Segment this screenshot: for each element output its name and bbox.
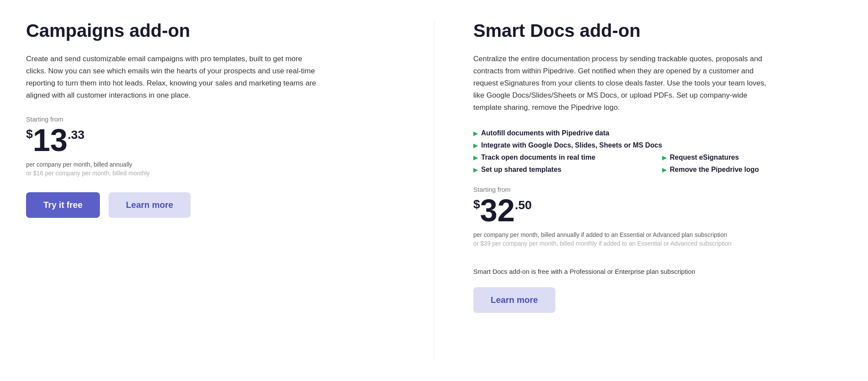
feature-text-3: Track open documents in real time xyxy=(481,154,595,161)
smartdocs-billing-monthly: or $39 per company per month, billed mon… xyxy=(473,240,842,247)
campaigns-price-main: 13 xyxy=(33,125,68,156)
campaigns-starting-from-label: Starting from xyxy=(26,115,395,123)
smartdocs-price-cents: .50 xyxy=(515,198,532,212)
campaigns-description: Create and send customizable email campa… xyxy=(26,53,321,102)
feature-item-4: ▶Request eSignatures xyxy=(662,154,842,161)
campaigns-billing-annual: per company per month, billed annually xyxy=(26,161,395,168)
campaigns-buttons-row: Try it free Learn more xyxy=(26,192,395,218)
campaigns-section: Campaigns add-on Create and send customi… xyxy=(26,21,395,360)
feature-item-3: ▶Track open documents in real time xyxy=(473,154,653,161)
feature-arrow-icon-4: ▶ xyxy=(662,154,667,161)
feature-arrow-icon-1: ▶ xyxy=(473,130,478,137)
campaigns-price-cents: .33 xyxy=(68,128,85,142)
feature-item-1: ▶Autofill documents with Pipedrive data xyxy=(473,129,653,137)
feature-item-5: ▶Set up shared templates xyxy=(473,166,653,174)
section-divider xyxy=(434,21,434,360)
feature-arrow-icon-2: ▶ xyxy=(473,142,478,149)
feature-arrow-icon-5: ▶ xyxy=(473,167,478,173)
feature-text-6: Remove the Pipedrive logo xyxy=(670,166,759,174)
feature-item-6: ▶Remove the Pipedrive logo xyxy=(662,166,842,174)
campaigns-price-dollar: $ xyxy=(26,127,33,141)
smartdocs-starting-from-label: Starting from xyxy=(473,186,842,193)
feature-item-2: ▶Integrate with Google Docs, Slides, She… xyxy=(473,141,842,149)
smartdocs-price-dollar: $ xyxy=(473,197,480,211)
feature-text-1: Autofill documents with Pipedrive data xyxy=(481,129,609,137)
smartdocs-price-main: 32 xyxy=(480,195,515,226)
campaigns-try-button[interactable]: Try it free xyxy=(26,192,100,218)
smartdocs-billing-annual: per company per month, billed annually i… xyxy=(473,231,842,238)
campaigns-price-block: $ 13 .33 xyxy=(26,125,395,156)
page-container: Campaigns add-on Create and send customi… xyxy=(0,0,868,381)
feature-text-4: Request eSignatures xyxy=(670,154,739,161)
smartdocs-buttons-row: Learn more xyxy=(473,287,842,313)
campaigns-learn-button[interactable]: Learn more xyxy=(109,192,191,218)
smartdocs-free-note: Smart Docs add-on is free with a Profess… xyxy=(473,268,842,275)
smartdocs-description: Centralize the entire documentation proc… xyxy=(473,53,769,114)
campaigns-billing-monthly: or $16 per company per month, billed mon… xyxy=(26,170,395,177)
campaigns-title: Campaigns add-on xyxy=(26,21,395,41)
feature-arrow-icon-6: ▶ xyxy=(662,167,667,173)
smartdocs-section: Smart Docs add-on Centralize the entire … xyxy=(473,21,842,360)
smartdocs-learn-button[interactable]: Learn more xyxy=(473,287,555,313)
feature-arrow-icon-3: ▶ xyxy=(473,154,478,161)
smartdocs-title: Smart Docs add-on xyxy=(473,21,842,41)
smartdocs-price-block: $ 32 .50 xyxy=(473,195,842,226)
feature-text-5: Set up shared templates xyxy=(481,166,561,174)
smartdocs-features-list: ▶Autofill documents with Pipedrive data▶… xyxy=(473,129,842,174)
feature-text-2: Integrate with Google Docs, Slides, Shee… xyxy=(481,141,662,149)
